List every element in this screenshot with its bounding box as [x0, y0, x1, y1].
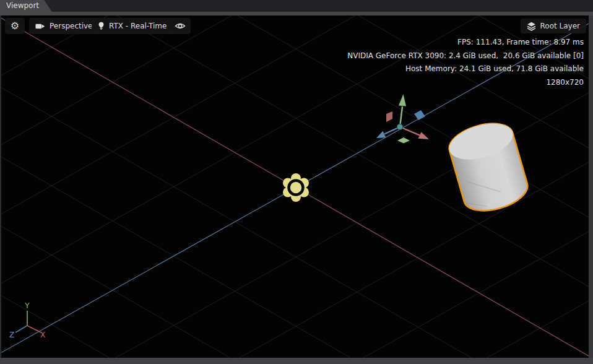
distant-light-icon[interactable] — [283, 173, 309, 202]
stat-resolution: 1280x720 — [347, 76, 584, 90]
viewport-right-border — [589, 15, 593, 358]
translate-gizmo[interactable] — [376, 94, 429, 144]
camera-menu-button[interactable]: Perspective — [29, 18, 99, 34]
tripod-x-line — [27, 326, 41, 332]
layers-icon — [527, 22, 536, 31]
camera-icon — [35, 23, 45, 30]
tripod-x-label: X — [40, 331, 45, 339]
renderer-menu-button[interactable]: RTX - Real-Time — [92, 18, 173, 34]
gizmo-center-handle[interactable] — [397, 124, 403, 130]
stat-fps: FPS: 111.43, Frame time: 8.97 ms — [347, 36, 584, 50]
gizmo-plane-yz[interactable] — [386, 111, 392, 122]
tripod-y-label: Y — [24, 301, 30, 310]
axis-tripod: Y Z X — [9, 301, 45, 339]
gizmo-plane-xy[interactable] — [414, 110, 425, 120]
stat-gpu-memory: NVIDIA GeForce RTX 3090: 2.4 GiB used, 2… — [347, 50, 584, 63]
tab-strip: Viewport — [0, 0, 593, 12]
stat-host-memory: Host Memory: 24.1 GiB used, 71.8 GiB ava… — [347, 63, 584, 76]
render-stats: FPS: 111.43, Frame time: 8.97 ms NVIDIA … — [347, 36, 584, 89]
grid-line — [1, 285, 589, 358]
viewport-settings-button[interactable]: ⚙ — [5, 18, 25, 34]
gear-icon: ⚙ — [11, 21, 19, 31]
grid-line — [1, 15, 589, 16]
viewport-canvas[interactable]: Y Z X ⚙ Perspective — [1, 15, 589, 358]
tab-viewport[interactable]: Viewport — [0, 0, 52, 12]
tab-viewport-label: Viewport — [6, 1, 39, 10]
root-layer-label: Root Layer — [540, 22, 580, 30]
grid-line — [1, 215, 589, 358]
grid-line — [1, 221, 589, 358]
tripod-z-label: Z — [9, 331, 14, 339]
grid-line — [1, 290, 589, 358]
tripod-z-line — [15, 326, 27, 332]
gizmo-plane-xz[interactable] — [397, 137, 410, 144]
renderer-menu-label: RTX - Real-Time — [109, 22, 167, 30]
gizmo-x-arrowhead[interactable] — [418, 132, 430, 139]
gizmo-y-arrowhead[interactable] — [399, 94, 406, 106]
gizmo-z-arrowhead[interactable] — [376, 131, 386, 138]
root-layer-button[interactable]: Root Layer — [521, 19, 586, 33]
lightbulb-icon — [98, 22, 105, 30]
camera-menu-label: Perspective — [50, 22, 93, 30]
viewport-window: Viewport — [0, 0, 593, 364]
visibility-button[interactable] — [169, 18, 191, 34]
eye-icon — [175, 22, 186, 30]
viewport-left-border — [0, 15, 1, 358]
horizontal-scrollbar[interactable] — [0, 358, 593, 364]
